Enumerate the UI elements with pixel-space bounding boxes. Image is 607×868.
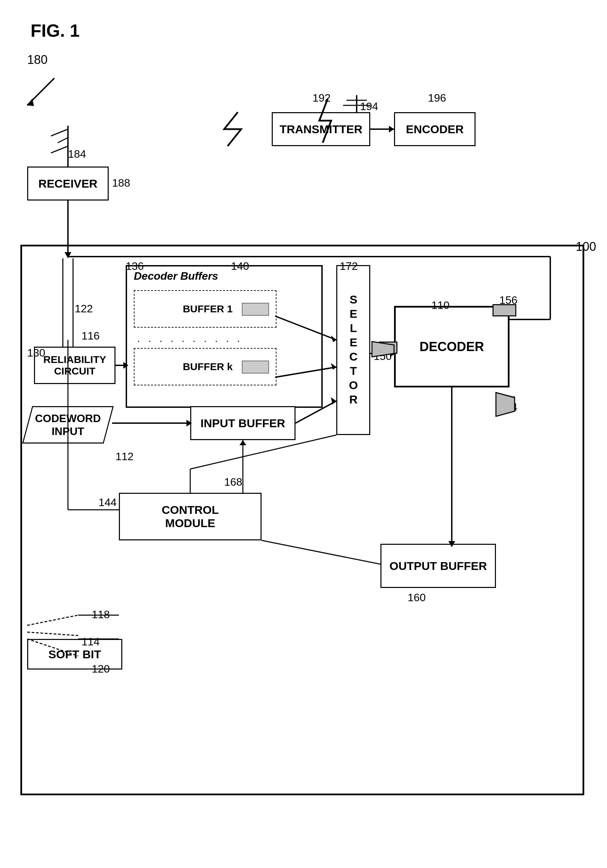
selector-label: SELECTOR [347, 293, 360, 407]
ref-164: 164 [499, 401, 517, 414]
buffer1-label: BUFFER 1 [183, 303, 233, 315]
ref-116: 116 [82, 330, 99, 342]
output-buffer-label: OUTPUT BUFFER [389, 560, 487, 573]
svg-line-10 [51, 146, 68, 153]
encoder-label: ENCODER [406, 123, 464, 136]
reliability-circuit-label: RELIABILITY CIRCUIT [43, 354, 106, 377]
receiver-label: RECEIVER [39, 177, 98, 190]
ref-160: 160 [407, 591, 426, 604]
buffer-dots: . . . . . . . . . . [137, 333, 243, 344]
ref-196: 196 [428, 92, 446, 104]
codeword-input-shape: CODEWORD INPUT [22, 406, 113, 443]
transmitter-label: TRANSMITTER [280, 123, 362, 136]
ref-180: 180 [27, 53, 48, 67]
ref-112: 112 [116, 450, 133, 463]
ref-192: 192 [313, 92, 330, 104]
ref-194: 194 [360, 100, 378, 113]
ref-140: 140 [231, 260, 249, 273]
ref-188: 188 [112, 177, 130, 189]
svg-line-8 [51, 129, 68, 136]
decoder-label: DECODER [420, 339, 484, 354]
ref-168: 168 [224, 476, 242, 488]
svg-line-9 [58, 138, 68, 143]
ref-172: 172 [340, 260, 358, 273]
control-module-box: CONTROL MODULE [119, 493, 262, 540]
receiver-box: RECEIVER [27, 167, 109, 200]
input-buffer-label: INPUT BUFFER [200, 417, 285, 430]
decoder-box: DECODER [394, 306, 509, 388]
soft-bit-label: SOFT BIT [49, 648, 101, 661]
output-buffer-box: OUTPUT BUFFER [381, 544, 496, 588]
decoder-buffers-area: Decoder Buffers BUFFER 1 . . . . . . . .… [126, 265, 323, 408]
selector-box: SELECTOR [336, 265, 370, 435]
bufferk-label: BUFFER k [183, 361, 233, 372]
ref-184: 184 [68, 148, 86, 160]
ref-122: 122 [75, 302, 93, 315]
svg-marker-6 [389, 126, 394, 133]
ref-118: 118 [92, 608, 110, 621]
ref-114: 114 [82, 636, 99, 648]
ref-110: 110 [431, 299, 449, 312]
svg-line-0 [27, 78, 54, 105]
transmitter-box: TRANSMITTER [272, 112, 370, 146]
ref-136: 136 [126, 260, 144, 273]
page: FIG. 1 180 TRANSMITTER ENCODER 192 194 1… [0, 0, 607, 868]
ref-130: 130 [27, 347, 45, 359]
ref-120: 120 [92, 663, 110, 675]
figure-label: FIG. 1 [31, 20, 79, 41]
ref-144: 144 [99, 496, 116, 509]
svg-marker-1 [27, 99, 34, 106]
control-module-label: CONTROL MODULE [162, 503, 219, 530]
reliability-circuit-box: RELIABILITY CIRCUIT [34, 347, 116, 384]
ref-150: 150 [374, 350, 392, 363]
ref-100: 100 [576, 240, 596, 254]
ref-156: 156 [499, 294, 517, 307]
bufferk-box: BUFFER k [134, 348, 277, 385]
codeword-input-label: CODEWORD INPUT [28, 412, 108, 438]
decoder-buffers-title: Decoder Buffers [134, 270, 218, 282]
encoder-box: ENCODER [394, 112, 475, 146]
input-buffer-box: INPUT BUFFER [190, 406, 296, 440]
buffer1-box: BUFFER 1 [134, 290, 277, 328]
